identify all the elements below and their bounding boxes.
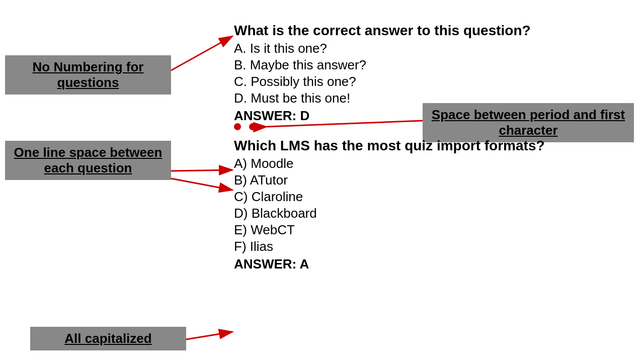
arrow-all-capitalized <box>186 332 232 339</box>
question-1-option-a: A. Is it this one? <box>234 41 545 56</box>
question-1-text: What is the correct answer to this quest… <box>234 23 545 39</box>
question-1-option-c: C. Possibly this one? <box>234 74 545 89</box>
one-line-annotation: One line space between each question <box>5 141 171 180</box>
no-numbering-annotation: No Numbering for questions <box>5 55 171 95</box>
question-2-option-b: B) ATutor <box>234 172 545 188</box>
question-2-text: Which LMS has the most quiz import forma… <box>234 138 545 154</box>
quiz-content: What is the correct answer to this quest… <box>234 23 545 286</box>
arrow-one-line-1 <box>171 170 232 171</box>
question-2-answer: ANSWER: A <box>234 256 545 272</box>
question-2-option-c: C) Claroline <box>234 189 545 205</box>
question-2-option-a: A) Moodle <box>234 156 545 171</box>
one-line-label: One line space between each question <box>14 145 163 175</box>
question-1-option-d: D. Must be this one! <box>234 90 545 106</box>
red-dot-2 <box>249 123 256 130</box>
question-2-option-e: E) WebCT <box>234 222 545 238</box>
question-1-answer: ANSWER: D <box>234 108 545 124</box>
arrow-one-line-2 <box>171 178 232 190</box>
arrow-no-numbering <box>171 36 232 70</box>
question-2-option-d: D) Blackboard <box>234 206 545 221</box>
question-1-option-b: B. Maybe this answer? <box>234 57 545 73</box>
all-capitalized-annotation: All capitalized <box>30 327 186 350</box>
question-1: What is the correct answer to this quest… <box>234 23 545 124</box>
red-dot-1 <box>234 123 241 130</box>
no-numbering-label: No Numbering for questions <box>33 59 144 90</box>
all-capitalized-label: All capitalized <box>64 331 151 346</box>
question-2: Which LMS has the most quiz import forma… <box>234 138 545 272</box>
question-2-option-f: F) Ilias <box>234 239 545 254</box>
